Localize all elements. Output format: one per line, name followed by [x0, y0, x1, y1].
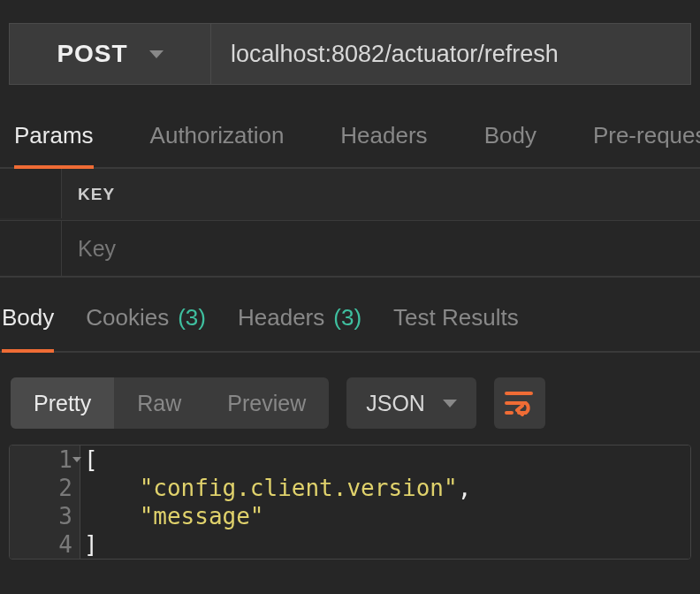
code-line: 3 "message": [10, 502, 690, 530]
code-content: [: [80, 446, 690, 474]
tab-headers[interactable]: Headers: [340, 122, 427, 167]
request-bar: POST: [9, 23, 691, 85]
view-mode-group: Pretty Raw Preview: [11, 377, 329, 429]
view-pretty[interactable]: Pretty: [11, 377, 114, 429]
chevron-down-icon: [149, 50, 164, 58]
code-line: 1 [: [10, 446, 690, 474]
resp-tab-testresults[interactable]: Test Results: [393, 304, 519, 349]
code-line: 2 "config.client.version",: [10, 474, 690, 502]
resp-tab-body-label: Body: [2, 304, 54, 331]
resp-tab-headers[interactable]: Headers (3): [238, 304, 361, 349]
code-content: "message": [80, 502, 690, 530]
response-body-editor[interactable]: 1 [ 2 "config.client.version", 3 "messag…: [9, 445, 691, 560]
resp-tab-headers-label: Headers: [238, 304, 324, 331]
params-header-gutter: [0, 169, 62, 218]
http-method-select[interactable]: POST: [10, 24, 211, 84]
resp-tab-cookies-label: Cookies: [86, 304, 169, 331]
code-content: ]: [80, 530, 690, 559]
wrap-lines-button[interactable]: [494, 377, 545, 429]
tab-body[interactable]: Body: [484, 122, 536, 167]
line-number: 1: [10, 446, 80, 474]
request-tabs: Params Authorization Headers Body Pre-re…: [0, 122, 700, 169]
params-header-row: KEY: [0, 169, 700, 221]
params-key-input[interactable]: [62, 221, 700, 276]
view-raw[interactable]: Raw: [114, 377, 204, 429]
line-number: 3: [10, 502, 80, 530]
response-toolbar: Pretty Raw Preview JSON: [11, 377, 700, 429]
url-input[interactable]: [211, 24, 690, 84]
tab-params[interactable]: Params: [14, 122, 94, 169]
chevron-down-icon: [443, 400, 457, 407]
response-tabs: Body Cookies (3) Headers (3) Test Result…: [0, 304, 700, 353]
view-preview[interactable]: Preview: [204, 377, 329, 429]
format-select[interactable]: JSON: [346, 377, 476, 429]
params-input-gutter: [0, 221, 62, 276]
line-number: 4: [10, 530, 80, 559]
tab-authorization[interactable]: Authorization: [150, 122, 285, 167]
wrap-icon: [505, 390, 535, 416]
code-line: 4 ]: [10, 530, 690, 559]
http-method-label: POST: [57, 40, 127, 68]
resp-cookies-count: (3): [178, 304, 206, 331]
resp-headers-count: (3): [333, 304, 361, 331]
tab-prerequest[interactable]: Pre-request S: [593, 122, 700, 167]
resp-tab-body[interactable]: Body: [2, 304, 54, 353]
fold-icon[interactable]: [72, 457, 81, 462]
params-input-row: [0, 221, 700, 278]
code-content: "config.client.version",: [80, 474, 690, 502]
params-header-key: KEY: [62, 169, 131, 220]
line-number: 2: [10, 474, 80, 502]
format-select-label: JSON: [366, 391, 425, 416]
resp-tab-cookies[interactable]: Cookies (3): [86, 304, 206, 349]
resp-tab-testresults-label: Test Results: [393, 304, 519, 331]
